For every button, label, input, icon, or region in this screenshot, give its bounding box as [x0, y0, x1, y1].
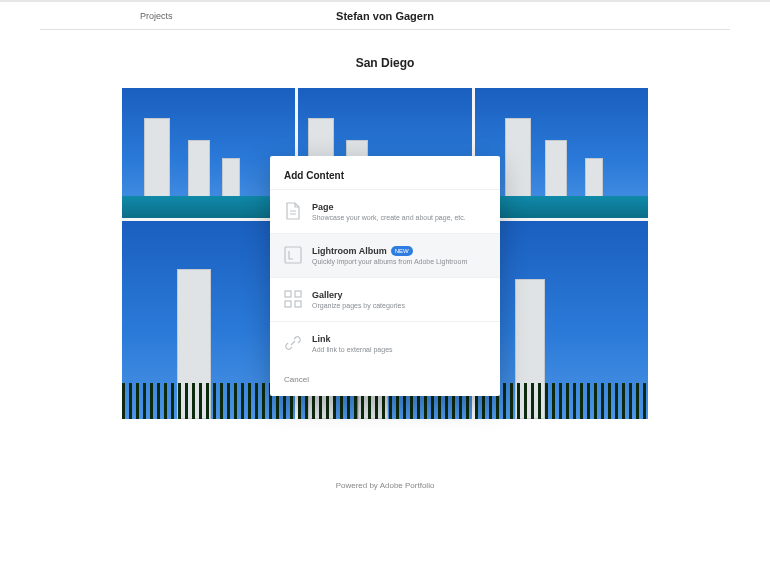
page-title: San Diego	[0, 56, 770, 70]
gallery-thumb[interactable]	[475, 221, 648, 419]
option-desc: Quickly import your albums from Adobe Li…	[312, 258, 467, 265]
option-page[interactable]: Page Showcase your work, create and abou…	[270, 189, 500, 233]
option-link[interactable]: Link Add link to external pages	[270, 321, 500, 365]
svg-rect-1	[285, 291, 291, 297]
option-lightroom-album[interactable]: Lightroom Album NEW Quickly import your …	[270, 233, 500, 277]
option-title: Link	[312, 334, 331, 344]
gallery-icon	[284, 290, 302, 308]
svg-rect-0	[285, 247, 301, 263]
lightroom-icon	[284, 246, 302, 264]
modal-heading: Add Content	[270, 170, 500, 189]
option-gallery[interactable]: Gallery Organize pages by categories	[270, 277, 500, 321]
option-title: Page	[312, 202, 334, 212]
option-title: Gallery	[312, 290, 343, 300]
site-title: Stefan von Gagern	[336, 10, 434, 22]
option-desc: Showcase your work, create and about pag…	[312, 214, 466, 221]
option-desc: Add link to external pages	[312, 346, 393, 353]
projects-link[interactable]: Projects	[140, 11, 173, 21]
new-badge: NEW	[391, 246, 413, 256]
option-title: Lightroom Album	[312, 246, 387, 256]
site-header: Projects Stefan von Gagern	[40, 2, 730, 30]
page-icon	[284, 202, 302, 220]
svg-rect-4	[295, 301, 301, 307]
svg-rect-2	[295, 291, 301, 297]
cancel-button[interactable]: Cancel	[270, 365, 500, 384]
link-icon	[284, 334, 302, 352]
svg-rect-3	[285, 301, 291, 307]
add-content-modal: Add Content Page Showcase your work, cre…	[270, 156, 500, 396]
footer-text: Powered by Adobe Portfolio	[0, 481, 770, 490]
option-desc: Organize pages by categories	[312, 302, 405, 309]
gallery-thumb[interactable]	[475, 88, 648, 218]
